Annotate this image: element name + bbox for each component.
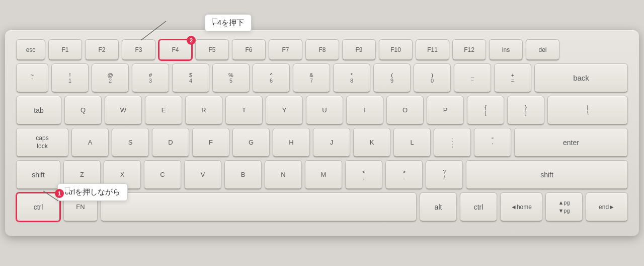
key-f6[interactable]: F6 — [232, 39, 266, 60]
key-z[interactable]: Z — [63, 160, 101, 189]
key-del[interactable]: del — [526, 39, 559, 60]
key-9[interactable]: ( 9 — [373, 63, 411, 93]
key-label: capslock — [36, 135, 48, 150]
key-c[interactable]: C — [144, 160, 181, 189]
key-f3[interactable]: F3 — [122, 39, 155, 60]
key-y[interactable]: Y — [266, 96, 303, 125]
key-u[interactable]: U — [306, 96, 343, 125]
key-tab[interactable]: tab — [16, 96, 61, 125]
key-r[interactable]: R — [185, 96, 222, 125]
key-0[interactable]: ) 0 — [414, 63, 451, 93]
key-i[interactable]: I — [346, 96, 383, 125]
key-a[interactable]: A — [71, 128, 109, 157]
key-f1[interactable]: F1 — [48, 39, 82, 60]
key-tilde[interactable]: ~ ` — [16, 63, 48, 93]
key-bot: 9 — [390, 78, 393, 84]
key-f2[interactable]: F2 — [85, 39, 119, 60]
key-semicolon[interactable]: : ; — [434, 128, 471, 157]
key-f8[interactable]: F8 — [305, 39, 339, 60]
key-backslash[interactable]: | \ — [547, 96, 628, 125]
key-o[interactable]: O — [386, 96, 424, 125]
key-ins[interactable]: ins — [489, 39, 523, 60]
key-f7[interactable]: F7 — [269, 39, 302, 60]
key-top: ( — [391, 73, 393, 78]
key-label: F11 — [427, 46, 438, 53]
key-top: + — [511, 73, 514, 78]
key-f[interactable]: F — [192, 128, 229, 157]
key-label: ctrl — [474, 203, 484, 211]
key-j[interactable]: J — [313, 128, 350, 157]
key-label: W — [120, 106, 126, 114]
key-enter[interactable]: enter — [514, 128, 628, 157]
key-pgupdn[interactable]: ▲pg▼pg — [545, 192, 583, 222]
key-ctrl-right[interactable]: ctrl — [460, 192, 497, 222]
key-v[interactable]: V — [184, 160, 221, 189]
key-f11[interactable]: F11 — [416, 39, 449, 60]
key-q[interactable]: Q — [64, 96, 102, 125]
key-top: " — [492, 137, 494, 143]
annotation-f4-line — [141, 16, 181, 41]
key-shift-left[interactable]: shift — [16, 160, 60, 189]
key-m[interactable]: M — [305, 160, 342, 189]
key-7[interactable]: & 7 — [293, 63, 330, 93]
key-f4[interactable]: F4 2 F4を押下 — [158, 39, 192, 60]
key-end[interactable]: end► — [586, 192, 628, 222]
key-n[interactable]: N — [265, 160, 302, 189]
key-top: % — [228, 73, 233, 78]
key-fn[interactable]: FN — [63, 192, 98, 222]
key-1[interactable]: ! 1 — [51, 63, 89, 93]
key-caps-lock[interactable]: capslock — [16, 128, 68, 157]
key-bot: 1 — [68, 78, 71, 84]
key-f9[interactable]: F9 — [342, 39, 376, 60]
key-ctrl-left[interactable]: ctrl 1 ctrlを押しながら — [16, 192, 60, 222]
key-b[interactable]: B — [224, 160, 262, 189]
key-home[interactable]: ◄home — [500, 192, 542, 222]
key-quote[interactable]: " ' — [474, 128, 511, 157]
key-top: : — [451, 137, 453, 143]
key-p[interactable]: P — [427, 96, 464, 125]
key-shift-right[interactable]: shift — [466, 160, 628, 189]
bottom-key-row: ctrl 1 ctrlを押しながら FN alt — [16, 192, 628, 222]
key-minus[interactable]: _ − — [454, 63, 491, 93]
key-d[interactable]: D — [152, 128, 189, 157]
key-k[interactable]: K — [353, 128, 390, 157]
key-esc[interactable]: esc — [16, 39, 45, 60]
number-key-row: ~ ` ! 1 @ 2 # 3 $ 4 % 5 — [16, 63, 628, 93]
key-5[interactable]: % 5 — [212, 63, 250, 93]
key-l[interactable]: L — [393, 128, 431, 157]
key-bot: 4 — [189, 78, 192, 84]
key-alt[interactable]: alt — [420, 192, 457, 222]
key-8[interactable]: * 8 — [333, 63, 370, 93]
key-label: F9 — [355, 46, 362, 53]
key-bot: 3 — [149, 78, 152, 84]
key-3[interactable]: # 3 — [132, 63, 169, 93]
key-h[interactable]: H — [273, 128, 310, 157]
key-open-bracket[interactable]: { [ — [467, 96, 504, 125]
key-e[interactable]: E — [145, 96, 182, 125]
key-slash[interactable]: ? / — [426, 160, 463, 189]
key-t[interactable]: T — [225, 96, 263, 125]
key-f12[interactable]: F12 — [452, 39, 486, 60]
key-top: _ — [471, 73, 474, 78]
key-bot: . — [403, 175, 405, 180]
key-period[interactable]: > . — [385, 160, 423, 189]
key-f5[interactable]: F5 — [195, 39, 229, 60]
key-s[interactable]: S — [112, 128, 149, 157]
key-2[interactable]: @ 2 — [92, 63, 129, 93]
key-close-bracket[interactable]: } ] — [507, 96, 544, 125]
key-comma[interactable]: < , — [345, 160, 382, 189]
key-x[interactable]: X — [104, 160, 141, 189]
key-bot: ] — [525, 110, 526, 116]
key-bot: ' — [492, 143, 493, 148]
key-equals[interactable]: + = — [494, 63, 531, 93]
key-w[interactable]: W — [105, 96, 142, 125]
key-label: L — [410, 139, 414, 146]
key-space[interactable] — [101, 192, 417, 222]
key-g[interactable]: G — [232, 128, 270, 157]
key-6[interactable]: ^ 6 — [253, 63, 290, 93]
key-4[interactable]: $ 4 — [172, 63, 209, 93]
key-f10[interactable]: F10 — [379, 39, 413, 60]
key-label: F8 — [318, 46, 326, 53]
key-label: K — [370, 139, 374, 146]
key-back[interactable]: back — [534, 63, 628, 93]
